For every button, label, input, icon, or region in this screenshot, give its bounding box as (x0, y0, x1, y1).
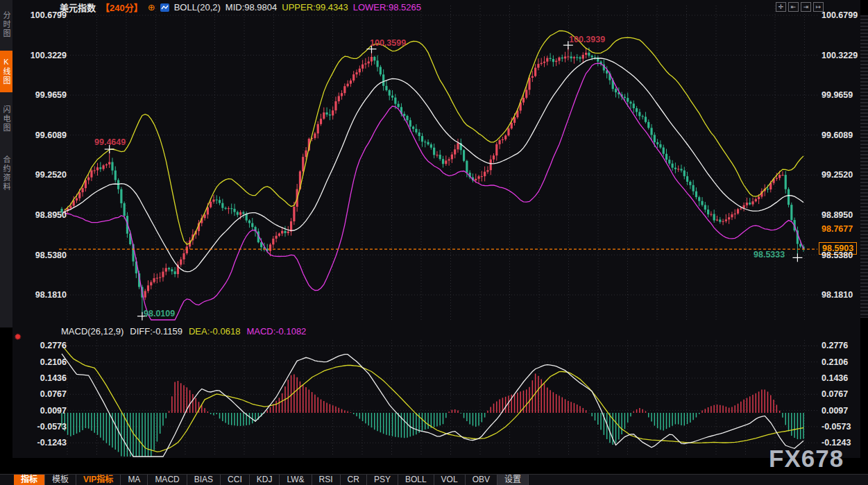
boll-mid-value: MID:98.9804 (225, 2, 277, 12)
macd-params-label: MACD(26,12,9) (61, 326, 124, 337)
toolbar-tab-CR[interactable]: CR (341, 475, 367, 485)
price-axis-label-right: 100.3229 (822, 50, 868, 61)
macd-axis-label-left: 0.2776 (19, 340, 67, 351)
compress-x-button[interactable]: ⇤ (788, 2, 799, 12)
price-axis-label-right: 99.9659 (822, 90, 868, 101)
price-axis-label-right: 98.1810 (822, 289, 868, 300)
sidebar-item-闪电图[interactable]: 闪电图 (0, 98, 12, 139)
toolbar-tab-BIAS[interactable]: BIAS (187, 475, 221, 485)
price-axis-label-right: 98.8950 (822, 210, 868, 221)
toolbar-tab-VOL[interactable]: VOL (434, 475, 466, 485)
expand-x-button[interactable]: ⇥ (801, 2, 811, 12)
macd-axis-label-left: -0.1243 (19, 437, 67, 448)
toolbar-tab-MA[interactable]: MA (121, 475, 148, 485)
toolbar-tab-OBV[interactable]: OBV (466, 475, 497, 485)
toolbar-tab-MACD[interactable]: MACD (148, 475, 187, 485)
boll-upper-value: UPPER:99.4343 (282, 2, 348, 12)
price-axis-label-left: 99.9659 (19, 90, 67, 101)
price-axis-label-left: 98.8950 (19, 210, 67, 221)
boll-lower-value: LOWER:98.5265 (353, 2, 421, 12)
window-controls: ✛⇤⇥↦ (776, 2, 824, 12)
price-axis-label-right: 99.2520 (822, 169, 868, 180)
macd-axis-label-left: 0.1436 (19, 373, 67, 384)
macd-axis-label-right: 0.2776 (822, 340, 868, 351)
macd-diff-value: DIFF:-0.1159 (130, 326, 182, 337)
price-axis-label-right: 98.5380 (822, 250, 868, 261)
toolbar-tab-LW&[interactable]: LW& (280, 475, 312, 485)
indicator-toolbar: 指标模板VIP指标MAMACDBIASCCIKDJLW&RSICRPSYBOLL… (0, 474, 868, 485)
toolbar-tab-VIP指标[interactable]: VIP指标 (76, 475, 121, 485)
macd-dea-value: DEA:-0.0618 (189, 326, 240, 337)
left-sidebar: 分时图K线图闪电图合约资料 (0, 0, 12, 327)
toolbar-tab-KDJ[interactable]: KDJ (250, 475, 280, 485)
ask-price-tag: 98.7677 (822, 224, 853, 234)
macd-header: MACD(26,12,9) DIFF:-0.1159 DEA:-0.0618 M… (61, 326, 306, 337)
chart-header: 美元指数 【240分】 ⊕ BOLL(20,2) MID:98.9804 UPP… (60, 1, 421, 13)
macd-axis-label-right: 0.1436 (822, 373, 868, 384)
price-axis-label-right: 100.6799 (822, 10, 868, 21)
macd-axis-label-right: 0.2106 (822, 357, 868, 368)
crosshair-button[interactable]: ✛ (776, 2, 786, 12)
toolbar-tab-BOLL[interactable]: BOLL (398, 475, 434, 485)
add-overlay-icon[interactable]: ⊕ (148, 2, 155, 12)
price-annotation: 100.3939 (569, 35, 605, 44)
boll-label: BOLL(20,2) (174, 2, 221, 12)
macd-axis-label-right: -0.1243 (822, 437, 868, 448)
toolbar-tab-RSI[interactable]: RSI (312, 475, 341, 485)
macd-axis-label-left: 0.0097 (19, 405, 67, 416)
price-annotation: 98.5333 (754, 250, 785, 259)
price-axis-label-left: 98.5380 (19, 250, 67, 261)
price-axis-label-left: 98.1810 (19, 289, 67, 300)
macd-axis-label-left: 0.0767 (19, 389, 67, 400)
time-axis: 240分 ▲ 2025/11/13 22:00~02:00四 10/1310/2… (0, 457, 868, 473)
macd-axis-label-right: 0.0767 (822, 389, 868, 400)
toolbar-tab-CCI[interactable]: CCI (221, 475, 250, 485)
price-and-macd-chart[interactable] (0, 0, 868, 458)
toolbar-tab-模板[interactable]: 模板 (45, 475, 76, 485)
price-axis-label-right: 99.6089 (822, 130, 868, 141)
fx678-watermark: FX678 (769, 445, 844, 473)
toolbar-tab-指标[interactable]: 指标 (14, 475, 45, 485)
toolbar-tab-PSY[interactable]: PSY (367, 475, 398, 485)
indicator-chart-icon[interactable] (160, 3, 169, 12)
macd-hist-value: MACD:-0.1082 (246, 326, 306, 337)
price-axis-label-left: 100.3229 (19, 50, 67, 61)
sidebar-item-合约资料[interactable]: 合约资料 (0, 146, 12, 201)
macd-axis-label-right: 0.0097 (822, 405, 868, 416)
price-annotation: 99.4649 (94, 137, 126, 147)
macd-axis-label-right: -0.0573 (822, 421, 868, 432)
app-window: 分时图K线图闪电图合约资料 美元指数 【240分】 ⊕ BOLL(20,2) M… (0, 0, 868, 485)
toolbar-tab-设置[interactable]: 设置 (497, 475, 529, 485)
sidebar-item-分时图[interactable]: 分时图 (0, 3, 12, 45)
price-axis-label-left: 99.2520 (19, 169, 67, 180)
period-tag[interactable]: 【240分】 (101, 1, 143, 14)
sidebar-item-K线图[interactable]: K线图 (0, 51, 12, 92)
price-annotation: 100.3599 (370, 38, 406, 48)
macd-axis-label-left: -0.0573 (19, 421, 67, 432)
macd-axis-label-left: 0.2106 (19, 357, 67, 368)
price-axis-label-left: 99.6089 (19, 130, 67, 141)
price-axis-label-left: 100.6799 (19, 10, 67, 21)
price-annotation: 98.0109 (144, 309, 175, 318)
